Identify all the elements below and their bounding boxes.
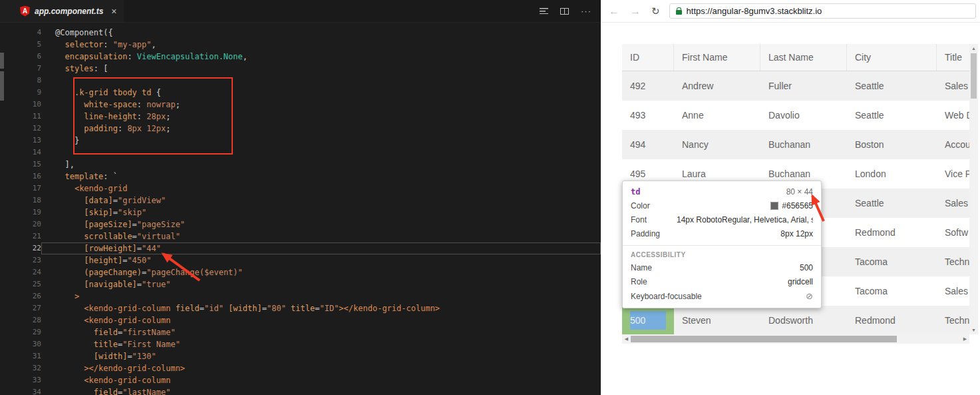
grid-cell[interactable]: Vice P: [937, 159, 969, 189]
code-line[interactable]: 17 <kendo-grid: [0, 183, 601, 195]
code-line[interactable]: 21 scrollable="virtual": [0, 230, 601, 242]
line-number: 9: [0, 87, 41, 99]
grid-cell[interactable]: Tacoma: [847, 247, 937, 276]
code-text: title="First Name": [41, 338, 601, 350]
grid-cell[interactable]: 493: [622, 101, 674, 130]
code-line[interactable]: 20 [pageSize]="pageSize": [0, 218, 601, 230]
grid-cell[interactable]: Nancy: [674, 130, 760, 159]
grid-cell[interactable]: Redmond: [847, 218, 937, 247]
grid-cell[interactable]: Redmond: [847, 306, 937, 335]
grid-cell[interactable]: Seattle: [847, 189, 937, 218]
line-number: 8: [0, 75, 41, 87]
code-text: [width]="130": [41, 350, 601, 362]
editor-pane: A app.component.ts × ··· 4@Component({5 …: [0, 0, 601, 395]
code-text: [pageSize]="pageSize": [41, 218, 601, 230]
devtools-inspect-tooltip: td 80 × 44 Color#656565Font14px RobotoRe…: [622, 181, 822, 308]
back-icon[interactable]: ←: [609, 6, 619, 17]
grid-cell[interactable]: Sales: [937, 71, 969, 101]
grid-cell[interactable]: 494: [622, 130, 674, 159]
line-number: 28: [0, 314, 41, 326]
line-number: 23: [0, 254, 41, 266]
horizontal-scrollbar-thumb[interactable]: [631, 336, 897, 342]
code-text: [rowHeight]="44": [41, 242, 601, 254]
tooltip-row: Name500: [631, 263, 813, 272]
more-actions-icon[interactable]: ···: [581, 7, 591, 15]
url-text: https://angular-8gumv3.stackblitz.io: [687, 6, 822, 16]
grid-cell[interactable]: Techn: [937, 247, 969, 276]
scroll-down-icon[interactable]: ▼: [969, 326, 978, 334]
tooltip-label: Color: [631, 201, 650, 210]
code-line[interactable]: 33 <kendo-grid-column: [0, 374, 601, 386]
grid-cell[interactable]: Boston: [847, 130, 937, 159]
grid-header-cell: Title: [937, 44, 969, 71]
code-line[interactable]: 7 styles: [: [0, 63, 601, 75]
code-line[interactable]: 18 [data]="gridView": [0, 195, 601, 206]
code-line[interactable]: 34 field="lastName": [0, 386, 601, 395]
close-tab-icon[interactable]: ×: [111, 7, 116, 16]
grid-cell[interactable]: Anne: [674, 101, 760, 130]
accessibility-section-label: ACCESSIBILITY: [631, 251, 813, 258]
grid-cell[interactable]: Sales: [937, 276, 969, 306]
grid-cell[interactable]: Seattle: [847, 71, 937, 101]
grid-cell[interactable]: Sales: [937, 189, 969, 218]
code-line[interactable]: 5 selector: "my-app",: [0, 39, 601, 51]
line-number: 15: [0, 159, 41, 171]
code-line[interactable]: 29 field="firstName": [0, 326, 601, 338]
scroll-left-icon[interactable]: ◀: [622, 334, 631, 344]
code-line[interactable]: 31 [width]="130": [0, 350, 601, 362]
format-icon[interactable]: [540, 8, 548, 14]
vertical-scrollbar-thumb[interactable]: [971, 53, 977, 99]
grid-cell[interactable]: Steven: [674, 306, 760, 335]
line-number: 19: [0, 206, 41, 218]
grid-cell[interactable]: Dodsworth: [760, 306, 847, 335]
grid-cell[interactable]: Web D: [937, 101, 969, 130]
tooltip-row: Keyboard-focusable⊘: [631, 291, 813, 301]
code-line[interactable]: 6 encapsulation: ViewEncapsulation.None,: [0, 51, 601, 63]
code-line[interactable]: 16 template: `: [0, 171, 601, 183]
code-line[interactable]: 23 [height]="450": [0, 254, 601, 266]
inspected-element-dimensions: 80 × 44: [786, 187, 813, 197]
browser-preview-pane: ← → ↻ https://angular-8gumv3.stackblitz.…: [601, 0, 980, 395]
line-number: 30: [0, 338, 41, 350]
grid-cell[interactable]: Andrew: [674, 71, 760, 101]
line-number: 21: [0, 230, 41, 242]
code-line[interactable]: 27 <kendo-grid-column field="id" [width]…: [0, 302, 601, 314]
grid-row: 492AndrewFullerSeattleSales: [622, 71, 969, 101]
line-number: 26: [0, 290, 41, 302]
code-line[interactable]: 32 ></kendo-grid-column>: [0, 362, 601, 374]
grid-cell[interactable]: Techn: [937, 306, 969, 335]
reload-icon[interactable]: ↻: [651, 6, 660, 16]
grid-cell[interactable]: Davolio: [760, 101, 847, 130]
tooltip-value: #656565: [770, 201, 813, 210]
split-editor-icon[interactable]: [560, 8, 569, 15]
inspected-grid-cell[interactable]: 500: [622, 306, 674, 335]
forward-icon[interactable]: →: [630, 6, 641, 17]
code-line[interactable]: 26 >: [0, 290, 601, 302]
code-line[interactable]: 19 [skip]="skip": [0, 206, 601, 218]
grid-cell[interactable]: London: [847, 159, 937, 189]
grid-cell[interactable]: Buchanan: [760, 130, 847, 159]
code-line[interactable]: 30 title="First Name": [0, 338, 601, 350]
grid-header-cell: City: [847, 44, 937, 71]
grid-cell[interactable]: Tacoma: [847, 276, 937, 306]
code-line[interactable]: 25 [navigable]="true": [0, 278, 601, 290]
angular-icon: A: [20, 6, 30, 17]
grid-cell[interactable]: 492: [622, 71, 674, 101]
scroll-right-icon[interactable]: ▶: [961, 334, 969, 344]
grid-horizontal-scrollbar[interactable]: ◀ ▶: [622, 334, 969, 344]
scroll-up-icon[interactable]: ▲: [969, 44, 978, 53]
tab-app-component-ts[interactable]: A app.component.ts ×: [0, 0, 124, 22]
code-text: <kendo-grid-column: [41, 314, 601, 326]
url-bar[interactable]: https://angular-8gumv3.stackblitz.io: [669, 3, 976, 19]
tooltip-header: td 80 × 44: [631, 187, 813, 197]
grid-vertical-scrollbar[interactable]: ▲ ▼: [969, 44, 978, 334]
code-line[interactable]: 15 ],: [0, 159, 601, 171]
code-line[interactable]: 24 (pageChange)="pageChange($event)": [0, 266, 601, 278]
code-line[interactable]: 28 <kendo-grid-column: [0, 314, 601, 326]
code-line[interactable]: 4@Component({: [0, 27, 601, 39]
grid-cell[interactable]: Seattle: [847, 101, 937, 130]
grid-cell[interactable]: Accou: [937, 130, 969, 159]
grid-cell[interactable]: Softw: [937, 218, 969, 247]
grid-cell[interactable]: Fuller: [760, 71, 847, 101]
code-line[interactable]: 22 [rowHeight]="44": [0, 242, 601, 254]
